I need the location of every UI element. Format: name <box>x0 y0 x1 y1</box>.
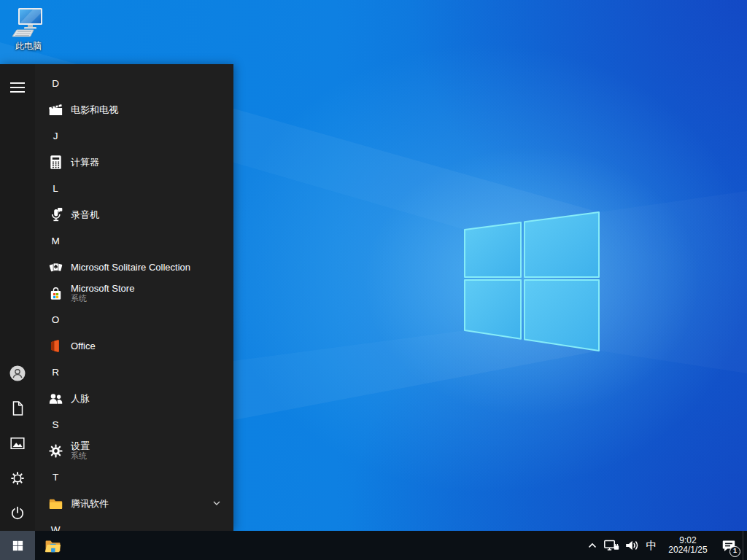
windows-start-icon <box>12 540 24 552</box>
system-tray: 中 9:02 2024/1/25 1 <box>584 531 747 560</box>
windows-logo <box>465 212 599 351</box>
network-icon <box>603 537 619 553</box>
speaker-icon <box>624 537 640 553</box>
notification-badge: 1 <box>729 546 740 557</box>
start-button[interactable] <box>0 531 35 560</box>
taskbar: 中 9:02 2024/1/25 1 <box>0 531 747 560</box>
start-menu-app-solitaire[interactable]: Microsoft Solitaire Collection <box>35 254 233 280</box>
rail-documents-button[interactable] <box>9 400 26 417</box>
section-letter: R <box>47 367 64 378</box>
start-menu-app-settings[interactable]: 设置系统 <box>35 438 233 464</box>
section-header-d[interactable]: D <box>35 70 233 96</box>
section-header-s[interactable]: S <box>35 411 233 438</box>
start-menu-app-voice-recorder[interactable]: 录音机 <box>35 201 233 228</box>
start-menu-app-movies-tv[interactable]: 电影和电视 <box>35 96 233 122</box>
app-label: Microsoft Store <box>71 283 134 294</box>
user-icon <box>9 365 26 382</box>
start-menu-app-microsoft-store[interactable]: Microsoft Store系统 <box>35 280 233 306</box>
tencent-folder-icon <box>47 494 64 512</box>
settings-icon <box>47 442 64 459</box>
section-header-t[interactable]: T <box>35 464 233 490</box>
section-letter: T <box>47 472 64 483</box>
section-letter: S <box>47 419 64 430</box>
taskbar-clock[interactable]: 9:02 2024/1/25 <box>661 531 715 560</box>
start-menu: D电影和电视J计算器L录音机MMicrosoft Solitaire Colle… <box>0 64 233 531</box>
expand-menu-button[interactable] <box>9 79 26 96</box>
pictures-icon <box>9 435 26 452</box>
app-label: 计算器 <box>71 157 99 168</box>
start-menu-app-people[interactable]: 人脉 <box>35 385 233 411</box>
show-desktop-button[interactable] <box>743 531 747 560</box>
start-menu-app-list: D电影和电视J计算器L录音机MMicrosoft Solitaire Colle… <box>35 64 233 531</box>
app-label: 电影和电视 <box>71 104 118 115</box>
section-letter: J <box>47 131 64 141</box>
app-label: 录音机 <box>71 209 99 220</box>
start-menu-rail <box>0 64 35 531</box>
desktop-icon-this-pc[interactable]: 此电脑 <box>6 6 51 52</box>
start-menu-app-office[interactable]: Office <box>35 332 233 359</box>
section-header-r[interactable]: R <box>35 359 233 385</box>
file-explorer-button[interactable] <box>35 531 70 560</box>
office-icon <box>47 337 64 354</box>
app-label: Microsoft Solitaire Collection <box>71 262 190 273</box>
volume-tray-button[interactable] <box>622 531 642 560</box>
action-center-button[interactable]: 1 <box>715 531 743 560</box>
network-tray-button[interactable] <box>601 531 622 560</box>
clock-date: 2024/1/25 <box>661 545 715 556</box>
file-explorer-icon <box>44 537 62 555</box>
gear-outline-icon <box>9 470 26 487</box>
show-hidden-icons-button[interactable] <box>584 531 601 560</box>
rail-settings-button[interactable] <box>9 470 26 487</box>
app-label: Office <box>71 341 96 351</box>
section-letter: L <box>47 183 64 194</box>
desktop-icon-label: 此电脑 <box>15 40 42 52</box>
voice-recorder-icon <box>47 206 64 223</box>
app-label: 人脉 <box>71 393 90 404</box>
section-letter: O <box>47 314 64 325</box>
hamburger-icon <box>9 79 26 96</box>
microsoft-store-icon <box>47 284 64 302</box>
power-icon <box>9 505 26 522</box>
rail-user-account-button[interactable] <box>9 365 26 382</box>
app-sublabel: 系统 <box>71 451 90 461</box>
document-icon <box>9 400 26 417</box>
people-icon <box>47 389 64 407</box>
movies-tv-icon <box>47 101 64 118</box>
chevron-up-icon <box>584 537 600 553</box>
section-letter: D <box>47 78 64 89</box>
app-label: 腾讯软件 <box>71 498 109 509</box>
rail-power-button[interactable] <box>9 505 26 522</box>
section-header-j[interactable]: J <box>35 122 233 149</box>
ime-indicator[interactable]: 中 <box>642 531 661 560</box>
rail-pictures-button[interactable] <box>9 435 26 452</box>
start-menu-app-tencent-folder[interactable]: 腾讯软件 <box>35 490 233 516</box>
this-pc-icon <box>11 6 46 39</box>
section-letter: M <box>47 236 64 246</box>
clock-time: 9:02 <box>661 536 715 546</box>
section-header-m[interactable]: M <box>35 228 233 254</box>
app-label: 设置 <box>71 440 90 451</box>
chevron-down-icon[interactable] <box>210 497 223 510</box>
solitaire-icon <box>47 258 64 276</box>
section-header-o[interactable]: O <box>35 306 233 332</box>
app-sublabel: 系统 <box>71 294 134 303</box>
calculator-icon <box>47 153 64 171</box>
section-header-l[interactable]: L <box>35 175 233 201</box>
start-menu-app-calculator[interactable]: 计算器 <box>35 149 233 175</box>
section-letter: W <box>47 524 64 532</box>
section-header-w[interactable]: W <box>35 516 233 531</box>
